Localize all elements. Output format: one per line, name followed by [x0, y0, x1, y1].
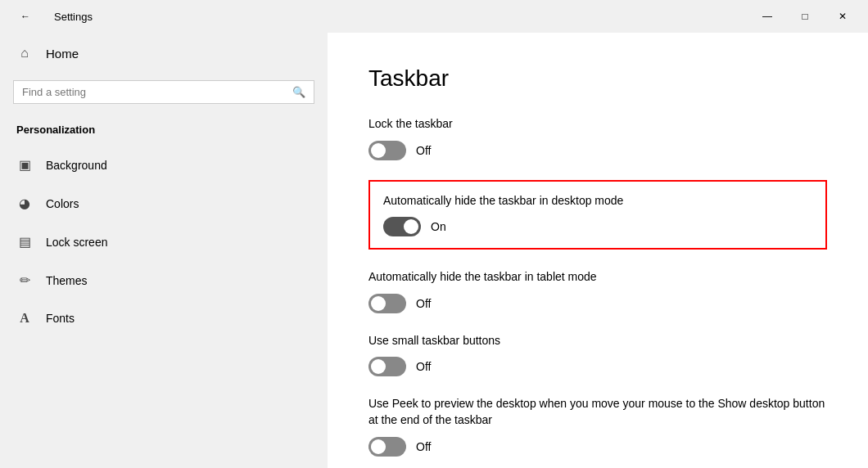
themes-icon: ✏	[16, 272, 33, 288]
setting-auto-hide-tablet-label: Automatically hide the taskbar in tablet…	[368, 269, 827, 286]
sidebar-item-lock-screen[interactable]: ▤ Lock screen	[0, 223, 328, 261]
sidebar-item-colors[interactable]: ◕ Colors	[0, 184, 328, 223]
toggle-lock-taskbar-status: Off	[416, 144, 431, 157]
toggle-thumb	[371, 143, 386, 158]
content-area: Taskbar Lock the taskbar Off Automatical…	[328, 33, 868, 468]
title-bar-controls: — □ ✕	[748, 0, 861, 33]
sidebar-item-themes[interactable]: ✏ Themes	[0, 261, 328, 299]
search-input[interactable]	[22, 86, 286, 98]
sidebar-section-label: Personalization	[0, 117, 328, 146]
setting-peek-label: Use Peek to preview the desktop when you…	[368, 396, 827, 428]
app-body: ⌂ Home 🔍 Personalization ▣ Background ◕ …	[0, 33, 868, 468]
toggle-small-buttons[interactable]	[368, 357, 406, 376]
search-icon: 🔍	[292, 86, 305, 98]
setting-peek: Use Peek to preview the desktop when you…	[368, 396, 827, 456]
setting-lock-taskbar-row: Off	[368, 141, 827, 160]
setting-small-buttons: Use small taskbar buttons Off	[368, 333, 827, 377]
sidebar-home-label: Home	[46, 47, 79, 61]
sidebar-item-label-themes: Themes	[46, 274, 88, 287]
toggle-auto-hide-desktop[interactable]	[383, 217, 421, 236]
setting-auto-hide-tablet: Automatically hide the taskbar in tablet…	[368, 269, 827, 313]
setting-small-buttons-label: Use small taskbar buttons	[368, 333, 827, 349]
search-box[interactable]: 🔍	[13, 80, 314, 104]
setting-auto-hide-desktop-label: Automatically hide the taskbar in deskto…	[383, 193, 812, 209]
toggle-auto-hide-tablet[interactable]	[368, 294, 406, 313]
setting-lock-taskbar-label: Lock the taskbar	[368, 116, 827, 133]
lock-screen-icon: ▤	[16, 234, 33, 250]
setting-auto-hide-desktop: Automatically hide the taskbar in deskto…	[368, 180, 827, 250]
close-button[interactable]: ✕	[824, 0, 861, 33]
toggle-lock-taskbar[interactable]	[368, 141, 406, 160]
toggle-auto-hide-desktop-status: On	[431, 220, 446, 233]
sidebar-item-label-background: Background	[46, 159, 107, 172]
maximize-button[interactable]: □	[786, 0, 824, 33]
sidebar-item-label-colors: Colors	[46, 197, 79, 210]
toggle-small-buttons-status: Off	[416, 360, 431, 373]
page-title: Taskbar	[368, 65, 827, 92]
sidebar-item-label-fonts: Fonts	[46, 312, 75, 325]
setting-peek-row: Off	[368, 437, 827, 457]
title-bar-title: Settings	[54, 11, 93, 23]
sidebar-item-fonts[interactable]: A Fonts	[0, 299, 328, 337]
sidebar: ⌂ Home 🔍 Personalization ▣ Background ◕ …	[0, 33, 328, 468]
setting-lock-taskbar: Lock the taskbar Off	[368, 116, 827, 160]
toggle-peek[interactable]	[368, 437, 406, 457]
setting-small-buttons-row: Off	[368, 357, 827, 376]
toggle-auto-hide-tablet-status: Off	[416, 297, 431, 310]
colors-icon: ◕	[16, 196, 33, 211]
back-button[interactable]: ←	[7, 0, 44, 33]
toggle-peek-status: Off	[416, 440, 431, 453]
background-icon: ▣	[16, 157, 33, 173]
home-icon: ⌂	[16, 46, 33, 61]
title-bar-left: ← Settings	[0, 0, 93, 33]
sidebar-item-label-lock-screen: Lock screen	[46, 236, 107, 249]
sidebar-item-home[interactable]: ⌂ Home	[0, 33, 328, 74]
title-bar: ← Settings — □ ✕	[0, 0, 868, 33]
sidebar-item-background[interactable]: ▣ Background	[0, 146, 328, 184]
setting-auto-hide-tablet-row: Off	[368, 294, 827, 313]
fonts-icon: A	[16, 311, 33, 326]
toggle-thumb	[371, 296, 386, 311]
minimize-button[interactable]: —	[748, 0, 786, 33]
setting-auto-hide-desktop-row: On	[383, 217, 812, 236]
toggle-thumb	[371, 439, 386, 454]
